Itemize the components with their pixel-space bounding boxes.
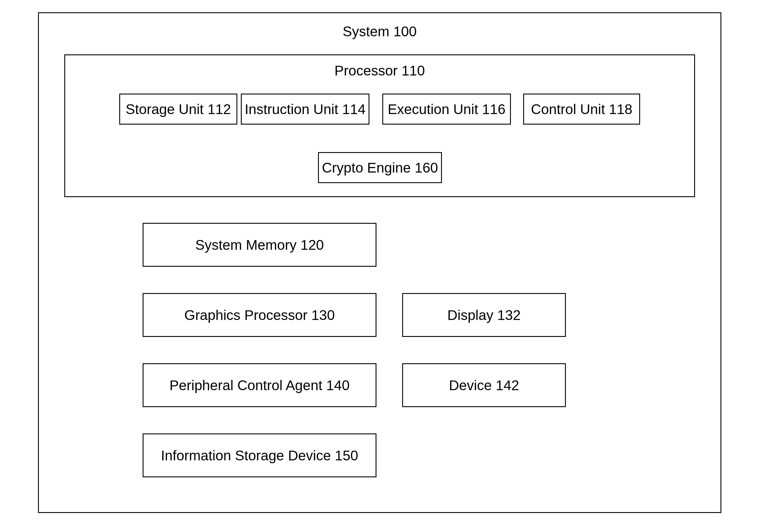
system-memory-box: System Memory 120 [143, 223, 377, 267]
instruction-unit-label: Instruction Unit 114 [245, 101, 366, 117]
control-unit-label: Control Unit 118 [531, 101, 632, 117]
storage-unit-label: Storage Unit 112 [126, 101, 231, 117]
info-storage-label: Information Storage Device 150 [161, 448, 358, 464]
control-unit-box: Control Unit 118 [523, 94, 640, 125]
execution-unit-box: Execution Unit 116 [382, 94, 511, 125]
system-memory-label: System Memory 120 [195, 237, 324, 253]
graphics-processor-box: Graphics Processor 130 [143, 293, 377, 337]
crypto-engine-label: Crypto Engine 160 [322, 160, 438, 176]
device-box: Device 142 [402, 363, 566, 407]
peripheral-agent-box: Peripheral Control Agent 140 [143, 363, 377, 407]
graphics-processor-label: Graphics Processor 130 [184, 307, 335, 323]
device-label: Device 142 [449, 377, 519, 393]
diagram-canvas: System 100 Processor 110 Storage Unit 11… [0, 0, 757, 532]
peripheral-agent-label: Peripheral Control Agent 140 [169, 377, 349, 393]
display-label: Display 132 [447, 307, 521, 323]
display-box: Display 132 [402, 293, 566, 337]
info-storage-box: Information Storage Device 150 [143, 433, 377, 477]
storage-unit-box: Storage Unit 112 [119, 94, 237, 125]
crypto-engine-box: Crypto Engine 160 [318, 152, 442, 183]
execution-unit-label: Execution Unit 116 [388, 101, 506, 117]
processor-title: Processor 110 [65, 62, 694, 79]
instruction-unit-box: Instruction Unit 114 [241, 94, 370, 125]
system-title: System 100 [39, 23, 720, 40]
